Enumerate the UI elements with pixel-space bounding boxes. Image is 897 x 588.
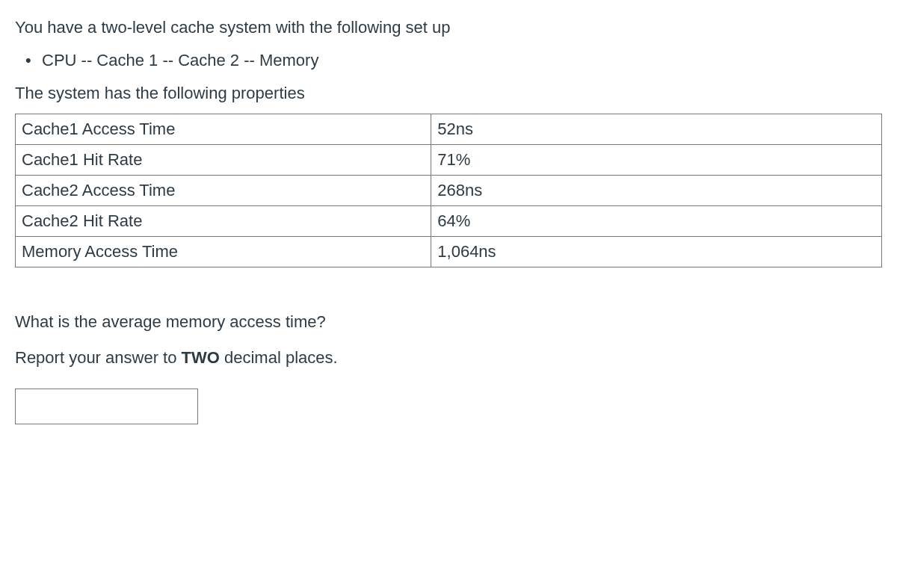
setup-list: CPU -- Cache 1 -- Cache 2 -- Memory [42, 51, 882, 70]
question-text: What is the average memory access time? [15, 312, 882, 332]
table-row: Cache1 Access Time 52ns [16, 114, 882, 145]
prop-label: Cache1 Hit Rate [16, 145, 431, 176]
instruction-text: Report your answer to TWO decimal places… [15, 348, 882, 368]
prop-label: Cache1 Access Time [16, 114, 431, 145]
answer-input[interactable] [15, 389, 198, 424]
prop-value: 1,064ns [431, 237, 882, 267]
properties-table: Cache1 Access Time 52ns Cache1 Hit Rate … [15, 114, 882, 267]
prop-label: Memory Access Time [16, 237, 431, 267]
prop-value: 71% [431, 145, 882, 176]
prop-value: 268ns [431, 176, 882, 206]
prop-value: 64% [431, 206, 882, 237]
setup-item: CPU -- Cache 1 -- Cache 2 -- Memory [42, 51, 882, 70]
instruction-suffix: decimal places. [220, 348, 338, 367]
table-row: Cache1 Hit Rate 71% [16, 145, 882, 176]
instruction-bold: TWO [182, 348, 220, 367]
prop-value: 52ns [431, 114, 882, 145]
prop-label: Cache2 Access Time [16, 176, 431, 206]
table-row: Cache2 Hit Rate 64% [16, 206, 882, 237]
table-row: Memory Access Time 1,064ns [16, 237, 882, 267]
table-row: Cache2 Access Time 268ns [16, 176, 882, 206]
instruction-prefix: Report your answer to [15, 348, 182, 367]
prop-label: Cache2 Hit Rate [16, 206, 431, 237]
intro-text: You have a two-level cache system with t… [15, 18, 882, 37]
properties-heading: The system has the following properties [15, 84, 882, 103]
